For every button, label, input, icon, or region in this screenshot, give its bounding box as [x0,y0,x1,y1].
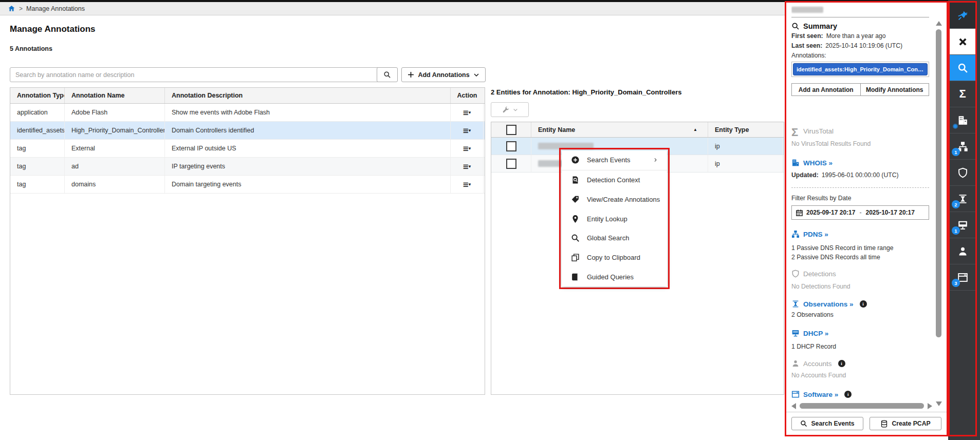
bulk-actions-button[interactable] [491,102,529,117]
building-icon [791,159,800,167]
date-range-picker[interactable]: 2025-09-17 20:17 - 2025-10-17 20:17 [791,205,929,220]
vertical-scrollbar[interactable] [935,21,942,406]
column-header-action: Action [451,88,484,103]
dhcp-link[interactable]: DHCP » [803,330,828,337]
menu-item-copy-to-clipboard[interactable]: Copy to Clipboard [562,248,667,267]
pdns-link[interactable]: PDNS » [803,231,828,238]
column-header-annotation-name[interactable]: Annotation Name [65,88,165,103]
select-cell [491,138,531,155]
toolbar-virustotal-tab[interactable]: Σ [950,81,975,107]
annotation-type-cell: application [10,104,65,121]
chevron-down-icon [513,107,518,112]
row-action-menu-button[interactable]: ≡▾ [451,140,484,157]
horizontal-scroll-thumb[interactable] [800,403,924,409]
horizontal-scrollbar[interactable] [791,403,932,409]
table-row[interactable]: tag ad IP targeting events ≡▾ [10,158,485,176]
toolbar-whois-tab[interactable] [950,107,975,133]
whois-updated-row: Updated:1995-06-01 00:00:00 (UTC) [791,171,929,179]
toolbar-software-tab[interactable]: 3 [950,264,975,291]
toolbar-observations-tab[interactable]: 2 [950,186,975,212]
menu-item-view-create-annotations[interactable]: View/Create Annotations [562,189,667,209]
menu-icon: ≡ [463,162,468,171]
column-header-annotation-description[interactable]: Annotation Description [165,88,451,103]
close-panel-button[interactable] [950,29,975,55]
select-checkbox[interactable] [506,159,516,169]
annotation-chip[interactable]: identified_assets:High_Priority_Domain_C… [793,63,928,75]
menu-item-guided-queries[interactable]: Guided Queries [562,267,667,286]
chevron-right-icon [653,158,658,162]
row-action-menu-button[interactable]: ≡▾ [451,104,484,121]
search-input[interactable] [10,67,379,82]
entity-type-cell: ip [708,155,783,172]
table-row-selected[interactable]: identified_assets High_Priority_Domain_C… [10,122,485,140]
annotation-name-cell: Adobe Flash [65,104,165,121]
annotation-type-cell: tag [10,176,65,193]
accounts-section-title: Accounts [791,359,929,368]
sigma-icon: Σ [791,127,800,135]
select-checkbox[interactable] [506,141,516,151]
column-header-entity-name[interactable]: Entity Name▲ [531,122,708,137]
toolbar-pdns-tab[interactable]: 1 [950,133,975,160]
annotation-buttons-row: Add an Annotation Modify Annotations [791,83,929,96]
plus-circle-icon [571,156,580,164]
toolbar-search-tab-active[interactable] [950,55,975,81]
toolbar-dhcp-tab[interactable]: 1 [950,212,975,238]
book-icon [571,273,580,281]
column-header-annotation-type[interactable]: Annotation Type▲ [10,88,65,103]
annotation-name-cell: domains [65,176,165,193]
scroll-left-arrow[interactable] [791,403,796,409]
observations-link[interactable]: Observations » [803,300,854,308]
menu-item-global-search[interactable]: Global Search [562,228,667,248]
scroll-right-arrow[interactable] [928,403,932,409]
row-action-menu-button[interactable]: ≡▾ [451,122,484,139]
breadcrumb-separator: > [19,5,23,12]
annotation-desc-cell: IP targeting events [165,158,451,175]
annotation-name-cell: ad [65,158,165,175]
info-icon[interactable] [838,360,845,367]
unpin-panel-button[interactable] [950,3,975,29]
modify-annotations-button[interactable]: Modify Annotations [861,83,930,96]
info-icon[interactable] [844,391,852,398]
select-all-checkbox[interactable] [506,125,516,135]
toolbar-accounts-tab[interactable] [950,238,975,264]
search-events-button[interactable]: Search Events [791,417,863,430]
scroll-up-arrow[interactable] [936,21,942,26]
summary-section-header: Summary [791,22,929,30]
table-row[interactable]: application Adobe Flash Show me events w… [10,104,485,122]
add-an-annotation-button[interactable]: Add an Annotation [791,83,861,96]
sigma-icon: Σ [959,88,966,100]
select-cell [491,155,531,172]
whois-link[interactable]: WHOIS » [803,159,833,167]
add-annotations-button[interactable]: Add Annotations [401,67,486,82]
column-header-entity-type[interactable]: Entity Type [708,122,783,137]
menu-item-detection-context[interactable]: Detection Context [562,170,667,190]
toolbar-detections-tab[interactable] [950,160,975,186]
table-row[interactable]: tag External External IP outside US ≡▾ [10,140,485,158]
row-action-menu-button[interactable]: ≡▾ [451,176,484,193]
accounts-status: No Accounts Found [791,372,929,379]
close-icon [957,36,968,47]
last-seen-row: Last seen:2025-10-14 10:19:06 (UTC) [791,42,929,50]
building-icon [957,115,968,126]
whois-section-title: WHOIS » [791,159,929,167]
dhcp-count: 1 DHCP Record [791,343,929,350]
search-icon [383,71,391,79]
annotation-chip-list: identified_assets:High_Priority_Domain_C… [791,62,929,77]
row-action-menu-button[interactable]: ≡▾ [451,158,484,175]
table-row[interactable]: tag domains Domain targeting events ≡▾ [10,176,485,194]
shield-icon [791,270,800,278]
scroll-down-arrow[interactable] [936,401,942,406]
menu-icon: ≡ [463,180,468,189]
search-button[interactable] [377,67,398,82]
search-icon [571,234,580,242]
menu-item-entity-lookup[interactable]: Entity Lookup [562,209,667,228]
home-icon[interactable] [8,5,15,12]
create-pcap-button[interactable]: Create PCAP [870,417,941,430]
info-icon[interactable] [860,300,867,308]
caret-down-icon: ▾ [469,128,471,133]
vertical-scroll-thumb[interactable] [936,29,941,337]
software-link[interactable]: Software » [803,391,838,398]
toolbar-empty-area [950,291,975,435]
virustotal-section-title: Σ VirusTotal [791,127,929,135]
menu-item-search-events[interactable]: Search Events [562,150,667,170]
